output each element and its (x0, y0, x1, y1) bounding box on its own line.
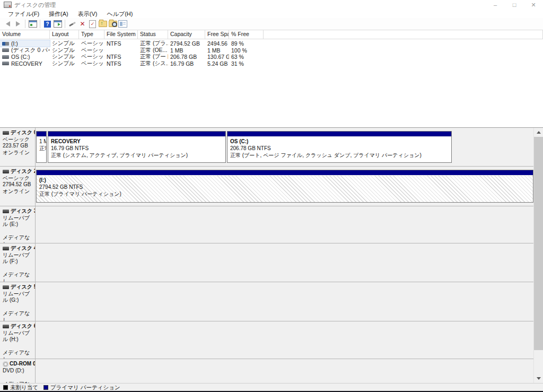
volume-name: (I:) (11, 40, 18, 47)
volume-filesystem: NTFS (104, 60, 138, 67)
window-title: ディスクの管理 (14, 1, 56, 9)
disk-management-window: ディスクの管理 – □ ✕ ファイル(F) 操作(A) 表示(V) ヘルプ(H)… (0, 0, 543, 392)
volume-row-oem[interactable]: (ディスク 0 パーティシ... シンプル ベーシック 正常 (OE... 1 … (0, 47, 543, 54)
partition-os-c[interactable]: OS (C:) 206.78 GB NTFS 正常 (ブート, ページ ファイル… (227, 131, 452, 163)
volume-row-recovery[interactable]: RECOVERY シンプル ベーシック NTFS 正常 (シス... 16.79… (0, 60, 543, 67)
volume-filesystem: NTFS (104, 40, 138, 47)
partition-color-band (37, 132, 46, 137)
column-header-type[interactable]: Type (79, 30, 104, 39)
show-action-pane-icon[interactable] (52, 20, 63, 29)
volume-icon (2, 48, 9, 52)
menu-file[interactable]: ファイル(F) (3, 10, 44, 18)
disk-4-label[interactable]: ディスク 4 リムーバブル (F:) メディアなし (0, 243, 36, 282)
disk-6-strip[interactable] (36, 321, 543, 359)
partition-color-band (227, 132, 451, 137)
properties-icon[interactable] (118, 20, 128, 29)
disk-5-row: ディスク 5 リムーバブル (G:) メディアなし (0, 282, 543, 321)
disk-6-label[interactable]: ディスク 6 リムーバブル (H:) メディアなし (0, 321, 36, 359)
volume-freespace: 2494.56 ... (205, 40, 229, 47)
partition-color-band (37, 170, 533, 176)
scrollbar-thumb[interactable] (534, 137, 543, 350)
volume-filesystem: NTFS (104, 54, 138, 60)
disk-type: ベーシック (3, 175, 33, 182)
disk-type: リムーバブル (E:) (3, 215, 33, 228)
disk-type: リムーバブル (H:) (3, 330, 33, 343)
column-header-layout[interactable]: Layout (50, 30, 79, 39)
disk-type: ベーシック (3, 136, 33, 143)
menu-view[interactable]: 表示(V) (73, 10, 102, 18)
disk-5-strip[interactable] (36, 282, 543, 321)
volume-row-i[interactable]: (I:) シンプル ベーシック NTFS 正常 (プラ... 2794.52 G… (0, 40, 543, 47)
volume-percentfree: 100 % (229, 47, 264, 54)
volume-percentfree: 31 % (229, 60, 264, 67)
disk-5-label[interactable]: ディスク 5 リムーバブル (G:) メディアなし (0, 282, 36, 321)
column-header-capacity[interactable]: Capacity (168, 30, 205, 39)
unallocated-label: 未割り当て (10, 384, 38, 391)
disk-status: オンライン (3, 188, 33, 195)
volume-row-os-c[interactable]: OS (C:) シンプル ベーシック NTFS 正常 (ブート... 206.7… (0, 54, 543, 60)
delete-icon[interactable]: ✕ (77, 20, 87, 29)
volume-freespace: 5.24 GB (205, 60, 229, 67)
disk-icon (3, 325, 9, 328)
graphical-view-pane: ディスク 0 ベーシック 223.57 GB オンライン 1 MB 正常 (OE… (0, 127, 543, 384)
column-header-status[interactable]: Status (138, 30, 168, 39)
folder-search-icon[interactable] (108, 20, 118, 29)
volume-capacity: 2794.52 GB (168, 40, 205, 47)
scroll-down-button[interactable] (534, 374, 543, 383)
disk-status: メディアなし (3, 350, 33, 359)
partition-recovery[interactable]: RECOVERY 16.79 GB NTFS 正常 (システム, アクティブ, … (48, 131, 226, 163)
title-bar: ディスクの管理 – □ ✕ (0, 0, 543, 10)
volume-name: RECOVERY (11, 60, 42, 67)
disk-status: メディアなし (3, 272, 33, 282)
disk-name: ディスク 2 (11, 168, 36, 175)
validate-document-icon[interactable]: ✓ (87, 20, 98, 29)
disk-3-label[interactable]: ディスク 3 リムーバブル (E:) メディアなし (0, 206, 36, 243)
disk-2-label[interactable]: ディスク 2 ベーシック 2794.52 GB オンライン (0, 167, 36, 206)
cdrom-0-row: CD-ROM 0 DVD (D:) メディアなし (0, 359, 543, 384)
partition-size: 1 MB (39, 138, 43, 145)
back-icon[interactable] (3, 20, 13, 29)
disk-2-row: ディスク 2 ベーシック 2794.52 GB オンライン (I:) 2794.… (0, 167, 543, 206)
help-icon[interactable]: ? (42, 20, 52, 29)
column-header-filesystem[interactable]: File System (104, 30, 138, 39)
cdrom-0-label[interactable]: CD-ROM 0 DVD (D:) メディアなし (0, 359, 36, 384)
partition-size: 2794.52 GB NTFS (39, 184, 530, 190)
disk-3-row: ディスク 3 リムーバブル (E:) メディアなし (0, 206, 543, 243)
partition-oem[interactable]: 1 MB 正常 (OEM パーティション) (36, 131, 47, 163)
show-console-tree-icon[interactable] (28, 20, 38, 29)
disk-4-strip[interactable] (36, 243, 543, 282)
disk-6-row: ディスク 6 リムーバブル (H:) メディアなし (0, 321, 543, 359)
volume-capacity: 206.78 GB (168, 54, 205, 60)
volume-status: 正常 (シス... (138, 60, 168, 67)
partition-i-selected[interactable]: (I:) 2794.52 GB NTFS 正常 (プライマリ パーティション) (36, 170, 533, 203)
column-header-volume[interactable]: Volume (0, 30, 50, 39)
disk-0-label[interactable]: ディスク 0 ベーシック 223.57 GB オンライン (0, 128, 36, 166)
cdrom-0-strip[interactable] (36, 359, 543, 384)
maximize-button[interactable]: □ (505, 0, 524, 10)
toolbar-separator (25, 20, 25, 28)
minimize-button[interactable]: – (486, 0, 505, 10)
disk-name: CD-ROM 0 (10, 361, 36, 368)
screwdriver-tool-icon[interactable] (67, 20, 77, 29)
volume-name: (ディスク 0 パーティシ... (11, 47, 50, 54)
disk-size: 223.57 GB (3, 143, 33, 150)
volume-type: ベーシック (79, 60, 104, 67)
forward-icon[interactable] (13, 20, 23, 29)
volume-icon (2, 55, 9, 59)
scroll-up-button[interactable] (534, 128, 543, 137)
menu-action[interactable]: 操作(A) (44, 10, 73, 18)
folder-up-icon[interactable] (98, 20, 108, 29)
disk-type: リムーバブル (F:) (3, 252, 33, 265)
disk-status: オンライン (3, 150, 33, 156)
close-button[interactable]: ✕ (524, 0, 543, 10)
primary-partition-color-swatch (43, 385, 48, 390)
volume-list-header: Volume Layout Type File System Status Ca… (0, 30, 543, 39)
disk-3-strip[interactable] (36, 206, 543, 243)
partition-status: 正常 (OEM パーティション) (39, 145, 43, 152)
menu-bar: ファイル(F) 操作(A) 表示(V) ヘルプ(H) (0, 10, 543, 18)
disk-4-row: ディスク 4 リムーバブル (F:) メディアなし (0, 243, 543, 282)
legend-bar: 未割り当て プライマリ パーティション (0, 383, 543, 391)
column-header-freespace[interactable]: Free Spa... (205, 30, 229, 39)
column-header-percentfree[interactable]: % Free (229, 30, 264, 39)
menu-help[interactable]: ヘルプ(H) (102, 10, 137, 18)
